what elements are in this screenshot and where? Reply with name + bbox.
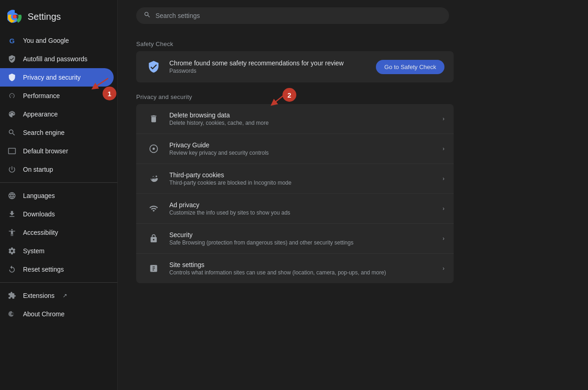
autofill-icon: [7, 54, 17, 64]
main-content: Safety Check Chrome found some safety re…: [118, 0, 588, 390]
security-title: Security: [169, 231, 435, 239]
privacy-guide-subtitle: Review key privacy and security controls: [169, 150, 435, 156]
security-text: Security Safe Browsing (protection from …: [169, 231, 435, 246]
sidebar-section-main: 1 G You and Google Autofill and password…: [0, 31, 117, 179]
third-party-cookies-text: Third-party cookies Third-party cookies …: [169, 171, 435, 186]
external-link-icon: ↗: [63, 292, 67, 299]
appearance-icon: [7, 110, 17, 119]
sidebar: Settings 1 G You and Google Autofill a: [0, 0, 118, 390]
ad-privacy-icon: [145, 200, 162, 217]
sidebar-item-label: System: [23, 247, 45, 255]
default-browser-icon: [7, 146, 17, 156]
search-input[interactable]: [156, 12, 442, 19]
sidebar-item-downloads[interactable]: Downloads: [0, 205, 114, 223]
google-icon: G: [7, 36, 17, 45]
safety-check-card: Chrome found some safety recommendations…: [136, 51, 454, 82]
shield-icon: [7, 73, 17, 82]
sidebar-item-autofill[interactable]: Autofill and passwords: [0, 50, 114, 68]
downloads-icon: [7, 210, 17, 219]
sidebar-item-label: Accessibility: [23, 229, 58, 236]
sidebar-item-performance[interactable]: Performance: [0, 87, 114, 105]
chevron-right-icon: ›: [443, 265, 444, 272]
search-bar-container: [136, 0, 570, 29]
search-wrapper: [136, 7, 449, 24]
sidebar-item-label: Performance: [23, 92, 60, 99]
chevron-right-icon: ›: [443, 116, 444, 122]
safety-check-subtitle: Passwords: [169, 68, 369, 74]
sidebar-item-appearance[interactable]: Appearance: [0, 105, 114, 123]
sidebar-header: Settings: [0, 4, 117, 31]
sidebar-item-accessibility[interactable]: Accessibility: [0, 223, 114, 242]
sidebar-divider-1: [0, 182, 117, 183]
sidebar-item-search-engine[interactable]: Search engine: [0, 123, 114, 142]
search-engine-icon: [7, 128, 17, 137]
privacy-section-wrapper: Privacy and security 2 Delete bro: [136, 93, 570, 283]
performance-icon: [7, 91, 17, 100]
sidebar-item-on-startup[interactable]: On startup: [0, 160, 114, 179]
sidebar-item-you-and-google[interactable]: G You and Google: [0, 31, 114, 50]
accessibility-icon: [7, 228, 17, 237]
ad-privacy-text: Ad privacy Customize the info used by si…: [169, 201, 435, 216]
sidebar-item-label: Languages: [23, 192, 55, 199]
sidebar-item-label: Reset settings: [23, 266, 64, 273]
security-icon: [145, 230, 162, 247]
site-settings-item[interactable]: Site settings Controls what information …: [136, 254, 454, 283]
sidebar-item-system[interactable]: System: [0, 242, 114, 260]
delete-browsing-data-subtitle: Delete history, cookies, cache, and more: [169, 120, 435, 126]
sidebar-item-privacy-security[interactable]: Privacy and security: [0, 68, 114, 87]
third-party-cookies-subtitle: Third-party cookies are blocked in Incog…: [169, 180, 435, 186]
languages-icon: [7, 191, 17, 200]
privacy-guide-text: Privacy Guide Review key privacy and sec…: [169, 141, 435, 156]
ad-privacy-title: Ad privacy: [169, 201, 435, 209]
sidebar-item-label: About Chrome: [23, 310, 64, 318]
sidebar-item-extensions[interactable]: Extensions ↗: [0, 286, 114, 305]
sidebar-item-about-chrome[interactable]: About Chrome: [0, 305, 114, 323]
chevron-right-icon: ›: [443, 146, 444, 152]
reset-icon: [7, 265, 17, 274]
sidebar-item-label: Autofill and passwords: [23, 55, 87, 63]
about-icon: [7, 309, 17, 319]
extensions-icon: [7, 291, 17, 300]
delete-browsing-data-title: Delete browsing data: [169, 111, 435, 119]
site-settings-text: Site settings Controls what information …: [169, 261, 435, 276]
safety-check-section-title: Safety Check: [136, 41, 570, 47]
safety-check-title: Chrome found some safety recommendations…: [169, 59, 369, 67]
third-party-cookies-item[interactable]: Third-party cookies Third-party cookies …: [136, 164, 454, 194]
chevron-right-icon: ›: [443, 205, 444, 212]
security-item[interactable]: Security Safe Browsing (protection from …: [136, 224, 454, 254]
privacy-security-list: Delete browsing data Delete history, coo…: [136, 104, 454, 283]
delete-browsing-data-text: Delete browsing data Delete history, coo…: [169, 111, 435, 126]
sidebar-item-label: Extensions: [23, 292, 54, 299]
search-icon: [144, 11, 151, 20]
chevron-right-icon: ›: [443, 235, 444, 242]
sidebar-item-default-browser[interactable]: Default browser: [0, 142, 114, 160]
security-subtitle: Safe Browsing (protection from dangerous…: [169, 239, 435, 246]
sidebar-item-label: Appearance: [23, 111, 58, 118]
sidebar-item-languages[interactable]: Languages: [0, 186, 114, 205]
svg-point-5: [153, 148, 155, 150]
on-startup-icon: [7, 165, 17, 174]
sidebar-section-3: Extensions ↗ About Chrome: [0, 286, 117, 323]
privacy-guide-item[interactable]: Privacy Guide Review key privacy and sec…: [136, 134, 454, 164]
go-to-safety-check-button[interactable]: Go to Safety Check: [376, 60, 444, 74]
sidebar-item-label: You and Google: [23, 37, 69, 44]
sidebar-divider-2: [0, 282, 117, 283]
system-icon: [7, 246, 17, 256]
chevron-right-icon: ›: [443, 175, 444, 182]
sidebar-item-label: Search engine: [23, 129, 64, 136]
chrome-logo-icon: [7, 9, 22, 24]
site-settings-title: Site settings: [169, 261, 435, 268]
privacy-guide-title: Privacy Guide: [169, 141, 435, 149]
sidebar-app-title: Settings: [28, 12, 61, 22]
safety-shield-icon: [145, 58, 162, 75]
ad-privacy-item[interactable]: Ad privacy Customize the info used by si…: [136, 194, 454, 224]
site-settings-icon: [145, 260, 162, 277]
sidebar-section-2: Languages Downloads Accessibility System: [0, 186, 117, 279]
third-party-cookies-icon: [145, 170, 162, 187]
delete-browsing-data-item[interactable]: Delete browsing data Delete history, coo…: [136, 104, 454, 134]
sidebar-item-label: Downloads: [23, 210, 55, 218]
sidebar-item-label: Privacy and security: [23, 74, 81, 81]
site-settings-subtitle: Controls what information sites can use …: [169, 269, 435, 276]
sidebar-item-reset-settings[interactable]: Reset settings: [0, 260, 114, 279]
sidebar-item-label: Default browser: [23, 147, 68, 155]
